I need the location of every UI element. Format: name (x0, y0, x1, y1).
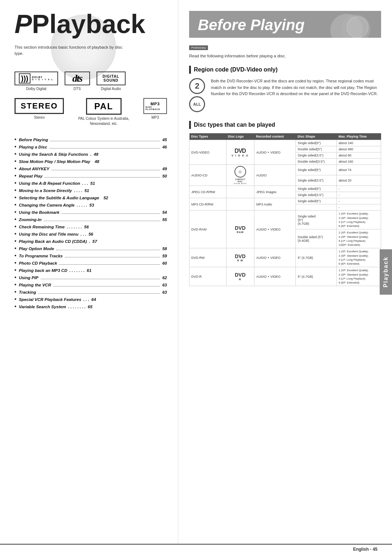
digital-audio-label: Digital Audio (101, 87, 121, 91)
footer: English - 45 (0, 544, 392, 554)
region-section-header: Region code (DVD-Video only) (189, 66, 381, 74)
right-intro-text: Read the following information before pl… (189, 53, 381, 59)
region-all-icon: ALL (189, 96, 205, 112)
page-title: PPlayback (15, 11, 167, 37)
toc-item: Tracking 63 (15, 289, 167, 295)
toc-item: To Programme Tracks 59 (15, 253, 167, 258)
intro-text: This section introduces basic functions … (15, 44, 131, 57)
mp3-logo: MP3 DISC PLAYBACK MP3 (143, 98, 167, 119)
toc-item: Special VCR Playback Features . . . 64 (15, 296, 167, 302)
col-max-playing-time: Max. Playing Time (336, 133, 381, 140)
toc-item: Repeat Play 50 (15, 173, 167, 179)
disc-time-cell: about 74 (336, 165, 381, 175)
pal-logo: PAL PAL Colour System in Australia, Newz… (70, 98, 137, 126)
disc-types-section: Disc types that can be played Disc Types… (189, 121, 381, 286)
audio-logos-row2: STEREO Stereo PAL PAL Colour System in A… (15, 98, 167, 126)
disc-time-cell: 1 (XP: Excellent Quality)2 (SP: Standard… (336, 211, 381, 229)
left-column: PPlayback This section introduces basic … (0, 0, 178, 544)
table-row: DVD-VIDEO DVD V I D E O AUDIO + VIDEO Si… (189, 140, 381, 146)
disc-logo-cell: DVD R W (226, 248, 254, 267)
disc-time-cell: - (336, 186, 381, 192)
toc-list: Before Playing 45 Playing a Disc 46 Usin… (15, 137, 167, 309)
region-section-title: Region code (DVD-Video only) (194, 66, 278, 73)
region-code-section: Region code (DVD-Video only) 2 ALL Both … (189, 66, 381, 112)
disc-time-cell: about 480 (336, 146, 381, 152)
section-header-banner: Before Playing (189, 11, 381, 38)
disc-logo-cell: DVD V I D E O (226, 140, 254, 165)
disc-type-cell: MP3 CD-R/RW (189, 198, 226, 211)
toc-item: Playing the VCR 63 (15, 282, 167, 288)
disc-shape-cell: Single sided(5") (296, 186, 337, 192)
disc-content-cell: AUDIO + VIDEO (254, 248, 295, 267)
disc-content-cell: MP3 Audio (254, 198, 295, 211)
disc-shape-cell: Single sided(5") (296, 140, 337, 146)
disc-logo-cell: DVD R (226, 267, 254, 286)
toc-item: Using PIP 62 (15, 274, 167, 280)
disc-time-cell: - (336, 204, 381, 211)
disc-time-cell: 2 (XP: Excellent Quality)4 (SP: Standard… (336, 229, 381, 248)
disc-time-cell: about 80 (336, 152, 381, 159)
col-disc-types: Disc Types (189, 133, 226, 140)
toc-item: Playing Back an Audio CD (CDDA) . 57 (15, 238, 167, 244)
disc-time-cell: about 20 (336, 175, 381, 186)
mp3-label: MP3 (151, 115, 159, 119)
disc-content-cell: JPEG Images (254, 186, 295, 198)
disc-logo-cell: COMPACTDISC DIGITAL AUDIO (226, 165, 254, 186)
sidebar-tab: Playback (380, 249, 392, 294)
disc-time-cell: - (336, 192, 381, 198)
dolby-symbol: ))) (19, 73, 30, 83)
region-description: Both the DVD Recorder-VCR and the discs … (211, 78, 381, 97)
disc-type-cell: DVD-RW (189, 248, 226, 267)
region-content: 2 ALL Both the DVD Recorder-VCR and the … (189, 78, 381, 112)
table-row: DVD-RAM DVD RAM AUDIO + VIDEO Single sid… (189, 211, 381, 229)
toc-item: Play Option Mode 58 (15, 245, 167, 251)
toc-item: Check Remaining Time . . . . . . . 56 (15, 224, 167, 229)
disc-content-cell: AUDIO + VIDEO (254, 211, 295, 248)
col-disc-shape: Disc Shape (296, 133, 337, 140)
col-disc-logo: Disc Logo (226, 133, 254, 140)
table-row: JPEG CD-R/RW JPEG Images Single sided(5"… (189, 186, 381, 192)
disc-content-cell: AUDIO (254, 165, 295, 186)
disc-section-header: Disc types that can be played (189, 121, 381, 129)
disc-type-cell: AUDIO-CD (189, 165, 226, 186)
disc-content-cell: AUDIO + VIDEO (254, 140, 295, 165)
dts-label: DTS (74, 87, 81, 91)
compact-disc-icon (234, 166, 246, 178)
disc-types-table: Disc Types Disc Logo Recorded content Di… (189, 133, 381, 286)
toc-item: Selecting the Subtitle & Audio Language … (15, 195, 167, 200)
toc-item: Using the Search & Skip Functions . 48 (15, 151, 167, 157)
toc-item: Slow Motion Play / Step Motion Play 48 (15, 158, 167, 164)
disc-time-cell: - (336, 198, 381, 204)
region-icons: 2 ALL (189, 78, 205, 112)
disc-time-cell: 1 (XP: Excellent Quality)2 (SP: Standard… (336, 248, 381, 267)
table-row: MP3 CD-R/RW MP3 Audio Single sided(5") - (189, 198, 381, 204)
disc-shape-cell (296, 204, 337, 211)
disc-type-cell: DVD-VIDEO (189, 140, 226, 165)
table-row: DVD-R DVD R AUDIO + VIDEO 5" (4.7GB) 1 (… (189, 267, 381, 286)
disc-shape-cell: Single sided(5") (296, 198, 337, 204)
preliminary-badge: Preliminary (189, 45, 208, 50)
toc-item: Playing a Disc 46 (15, 144, 167, 150)
disc-content-cell: AUDIO + VIDEO (254, 267, 295, 286)
disc-shape-cell: Single sided(5")(4.7GB) (296, 211, 337, 229)
disc-time-cell: 1 (XP: Excellent Quality)2 (SP: Standard… (336, 267, 381, 286)
footer-text: English - 45 (353, 547, 377, 552)
decorative-disc (347, 16, 368, 38)
disc-type-cell: DVD-R (189, 267, 226, 286)
disc-time-cell: about 240 (336, 140, 381, 146)
table-row: DVD-RW DVD R W AUDIO + VIDEO 5" (4.7GB) … (189, 248, 381, 267)
digital-sound-logo: DIGITAL SOUND Digital Audio (97, 72, 126, 91)
section-bar (189, 66, 191, 74)
disc-section-title: Disc types that can be played (194, 122, 275, 128)
toc-item: Using the Bookmark 54 (15, 209, 167, 215)
disc-shape-cell: Double sided(3.5") (296, 159, 337, 165)
col-recorded-content: Recorded content (254, 133, 295, 140)
disc-shape-cell: 5" (4.7GB) (296, 248, 337, 267)
dolby-digital-logo: ))) DOLBY D I G I T A L Dolby Digital (15, 72, 58, 91)
toc-item: Using the A-B Repeat Function . . . 51 (15, 180, 167, 186)
toc-item: Moving to a Scene Directly . . . . 51 (15, 187, 167, 193)
stereo-logo: STEREO Stereo (15, 98, 64, 119)
disc-shape-cell: Single sided(3.5") (296, 175, 337, 186)
region-2-icon: 2 (189, 78, 205, 94)
disc-logo-cell: DVD RAM (226, 211, 254, 248)
